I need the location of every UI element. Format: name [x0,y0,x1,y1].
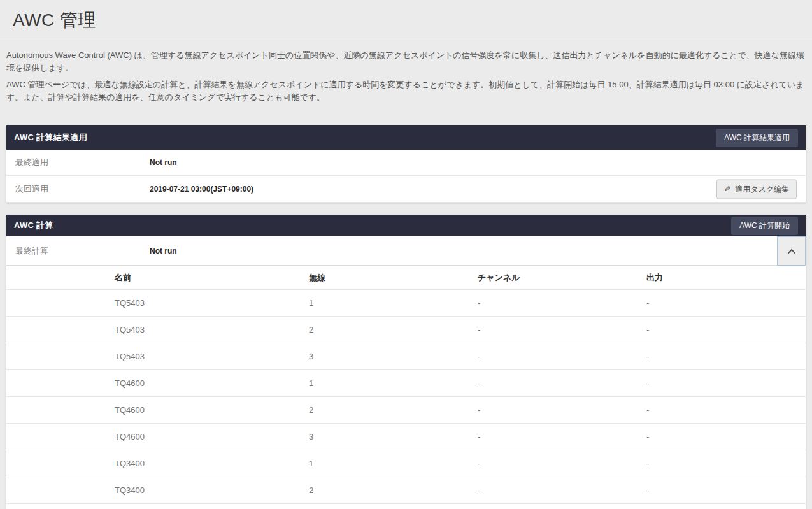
table-row: TQ3400 1 - - [6,450,806,477]
cell-radio: 2 [309,485,478,495]
cell-output: - [646,459,806,468]
cell-channel: - [478,485,646,495]
intro-paragraph-1: Autonomous Wave Control (AWC) は、管理する無線アク… [6,49,806,75]
cell-output: - [646,352,806,361]
cell-radio: 1 [309,298,478,308]
page-title: AWC 管理 [13,8,799,32]
cell-channel: - [478,405,646,415]
cell-radio: 1 [309,378,478,388]
col-header-channel: チャンネル [478,272,646,283]
table-row: TQ4600 2 - - [6,397,806,424]
collapse-table-button[interactable] [777,236,806,266]
last-apply-value: Not run [150,158,177,167]
cell-radio: 3 [309,352,478,361]
col-header-output: 出力 [646,272,806,283]
cell-output: - [646,325,806,334]
awc-apply-panel-title: AWC 計算結果適用 [14,132,87,143]
cell-name: TQ3400 [6,485,309,495]
awc-calc-panel-title: AWC 計算 [14,220,53,231]
cell-output: - [646,298,806,308]
table-row: TQ3400 2 - - [6,477,806,504]
cell-name: TQ4600 [6,405,309,415]
cell-output: - [646,405,806,415]
cell-channel: - [478,378,646,388]
table-row: TQ4600 3 - - [6,424,806,450]
cell-name: TQ4600 [6,378,309,388]
last-calc-row: 最終計算 Not run [6,236,806,266]
table-partial-row [6,504,806,509]
next-apply-label: 次回適用 [15,183,150,195]
edit-apply-task-label: 適用タスク編集 [735,183,789,194]
next-apply-value: 2019-07-21 03:00(JST+09:00) [150,185,253,194]
col-header-name: 名前 [6,272,309,283]
cell-channel: - [478,432,646,441]
last-calc-value: Not run [150,247,177,255]
awc-calc-panel-header: AWC 計算 AWC 計算開始 [6,215,806,236]
awc-apply-panel: AWC 計算結果適用 AWC 計算結果適用 最終適用 Not run 次回適用 … [6,125,806,203]
cell-radio: 2 [309,405,478,415]
cell-output: - [646,378,806,388]
last-apply-row: 最終適用 Not run [6,150,806,176]
last-apply-label: 最終適用 [15,157,150,168]
table-row: TQ4600 1 - - [6,370,806,397]
table-row: TQ5403 2 - - [6,317,806,343]
awc-calc-panel: AWC 計算 AWC 計算開始 最終計算 Not run 名前 無線 チャンネル… [6,215,806,509]
awc-apply-panel-header: AWC 計算結果適用 AWC 計算結果適用 [6,125,806,150]
table-header-row: 名前 無線 チャンネル 出力 [6,266,806,290]
cell-radio: 3 [309,432,478,441]
intro-paragraph-2: AWC 管理ページでは、最適な無線設定の計算と、計算結果を無線アクセスポイントに… [6,78,806,104]
content: AWC 計算結果適用 AWC 計算結果適用 最終適用 Not run 次回適用 … [6,125,806,509]
next-apply-row: 次回適用 2019-07-21 03:00(JST+09:00) ✎ 適用タスク… [6,176,806,203]
awc-calc-start-button[interactable]: AWC 計算開始 [731,217,798,235]
last-calc-label: 最終計算 [15,245,150,257]
cell-radio: 1 [309,459,478,468]
cell-channel: - [478,459,646,468]
cell-channel: - [478,325,646,334]
table-row: TQ5403 3 - - [6,343,806,370]
intro-text: Autonomous Wave Control (AWC) は、管理する無線アク… [0,36,812,104]
cell-name: TQ5403 [6,352,309,361]
cell-output: - [646,485,806,495]
cell-channel: - [478,352,646,361]
cell-output: - [646,432,806,441]
cell-name: TQ3400 [6,459,309,468]
cell-channel: - [478,298,646,308]
col-header-radio: 無線 [309,272,478,283]
chevron-up-icon [787,247,796,256]
cell-name: TQ4600 [6,432,309,441]
cell-name: TQ5403 [6,325,309,334]
table-row: TQ5403 1 - - [6,290,806,317]
awc-apply-button[interactable]: AWC 計算結果適用 [716,129,798,147]
edit-apply-task-button[interactable]: ✎ 適用タスク編集 [716,179,797,199]
cell-radio: 2 [309,325,478,334]
cell-name: TQ5403 [6,298,309,308]
ap-table: 名前 無線 チャンネル 出力 TQ5403 1 - - TQ5403 2 - -… [6,266,806,509]
page-header: AWC 管理 [0,0,812,36]
pencil-icon: ✎ [724,185,730,194]
